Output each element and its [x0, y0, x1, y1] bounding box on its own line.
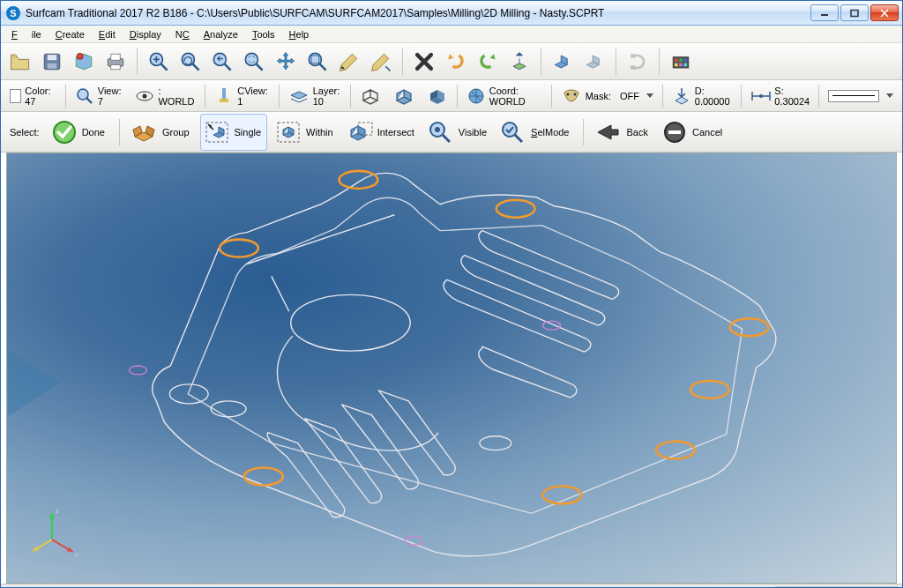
d-value[interactable]: D: 0.00000 — [668, 86, 735, 107]
svg-point-70 — [130, 366, 147, 375]
menu-analyze[interactable]: Analyze — [197, 27, 245, 41]
cancel-icon — [660, 118, 689, 146]
single-button[interactable]: Single — [200, 114, 268, 151]
svg-line-47 — [443, 135, 450, 142]
svg-point-60 — [211, 401, 246, 417]
zoom-in-button[interactable] — [145, 48, 173, 76]
hiddenline-icon — [393, 86, 414, 107]
undo-button[interactable] — [442, 48, 470, 76]
svg-line-12 — [193, 63, 199, 70]
menu-edit[interactable]: Edit — [92, 27, 123, 41]
world-selector[interactable]: : WORLD — [131, 86, 199, 107]
nc-manager-button[interactable] — [70, 48, 98, 76]
svg-point-41 — [759, 94, 763, 98]
viewport[interactable]: z x — [6, 153, 897, 584]
svg-point-17 — [309, 53, 321, 65]
redo-button[interactable] — [474, 48, 502, 76]
world-eye-icon — [135, 86, 154, 107]
world-label: : WORLD — [158, 86, 196, 107]
mask-selector[interactable]: Mask: OFF — [557, 86, 657, 107]
mask-label: Mask: — [586, 91, 611, 101]
toolbar-select: Select: Done Group Single Within Interse… — [1, 112, 902, 153]
svg-rect-28 — [684, 63, 688, 66]
svg-line-10 — [161, 63, 168, 70]
done-button[interactable]: Done — [49, 115, 110, 150]
zoom-fit-button[interactable] — [303, 48, 332, 76]
open-file-button[interactable] — [6, 48, 34, 76]
delete-button[interactable] — [410, 48, 438, 76]
svg-point-65 — [730, 318, 769, 336]
back-button[interactable]: Back — [593, 115, 653, 150]
svg-rect-8 — [111, 64, 121, 69]
window-title: Surfcam Traditional 2017 R2 B186 - C:\Us… — [26, 7, 810, 19]
group-button[interactable]: Group — [129, 115, 195, 150]
mask-value: OFF — [620, 91, 639, 101]
svg-point-69 — [244, 468, 283, 486]
svg-point-32 — [143, 93, 147, 98]
cview-selector[interactable]: CView: 1 — [211, 86, 273, 107]
menu-display[interactable]: Display — [123, 27, 168, 41]
pan-button[interactable] — [272, 48, 300, 76]
linestyle-selector[interactable] — [825, 90, 897, 102]
svg-line-18 — [320, 63, 326, 70]
svg-rect-33 — [220, 99, 228, 102]
wireframe-button[interactable] — [356, 86, 384, 107]
coord-selector[interactable]: Coord: WORLD — [463, 86, 546, 107]
visible-button[interactable]: Visible — [425, 115, 492, 150]
svg-text:x: x — [75, 551, 78, 559]
zoom-dynamic-button[interactable] — [240, 48, 268, 76]
properties-button[interactable] — [505, 48, 534, 76]
menu-create[interactable]: Create — [49, 27, 92, 41]
within-icon — [274, 118, 302, 146]
menu-file[interactable]: File — [4, 27, 49, 41]
zoom-rotate-button[interactable] — [176, 48, 205, 76]
coord-label: Coord: WORLD — [489, 86, 542, 107]
svg-rect-3 — [48, 55, 57, 60]
regen-button[interactable] — [367, 48, 395, 76]
color-selector[interactable]: Color: 47 — [6, 86, 60, 107]
svg-rect-20 — [631, 54, 635, 57]
close-button[interactable] — [870, 4, 899, 21]
hide-elements-button[interactable] — [580, 48, 608, 76]
cancel-label: Cancel — [692, 127, 722, 138]
save-button[interactable] — [38, 48, 66, 76]
minimize-button[interactable] — [810, 4, 839, 21]
svg-point-36 — [566, 93, 569, 95]
layer-selector[interactable]: Layer: 10 — [285, 86, 346, 107]
s-label: S: 0.30024 — [774, 86, 810, 107]
svg-line-30 — [86, 98, 92, 103]
snap-button[interactable] — [623, 48, 652, 76]
selmode-button[interactable]: SelMode — [497, 115, 574, 150]
layer-label: Layer: 10 — [313, 86, 342, 107]
maximize-button[interactable] — [840, 4, 869, 21]
s-value[interactable]: S: 0.30024 — [746, 86, 813, 107]
svg-point-58 — [291, 294, 410, 351]
palette-button[interactable] — [667, 48, 695, 76]
menu-nc[interactable]: NC — [168, 27, 197, 41]
dropdown-icon — [646, 93, 653, 98]
intersect-button[interactable]: Intersect — [344, 115, 420, 150]
menu-help[interactable]: Help — [282, 27, 317, 41]
hidden-line-button[interactable] — [390, 86, 418, 107]
intersect-label: Intersect — [377, 127, 414, 138]
svg-point-72 — [543, 321, 561, 330]
repaint-button[interactable] — [335, 48, 363, 76]
cancel-button[interactable]: Cancel — [659, 115, 728, 150]
svg-point-61 — [480, 436, 511, 450]
view-selector[interactable]: View: 7 — [71, 86, 127, 107]
menu-tools[interactable]: Tools — [245, 27, 282, 41]
svg-point-62 — [340, 171, 378, 189]
show-elements-button[interactable] — [549, 48, 577, 76]
print-button[interactable] — [101, 48, 130, 76]
shaded-icon — [427, 86, 448, 107]
svg-point-49 — [503, 123, 517, 137]
zoom-previous-button[interactable] — [208, 48, 236, 76]
part-drawing: z x — [7, 153, 896, 583]
back-icon — [594, 118, 623, 146]
shaded-button[interactable] — [423, 86, 452, 107]
svg-rect-34 — [222, 88, 226, 99]
within-button[interactable]: Within — [272, 115, 339, 150]
linestyle-swatch — [828, 90, 879, 102]
visible-icon — [427, 118, 455, 146]
spacing-icon — [750, 86, 771, 107]
